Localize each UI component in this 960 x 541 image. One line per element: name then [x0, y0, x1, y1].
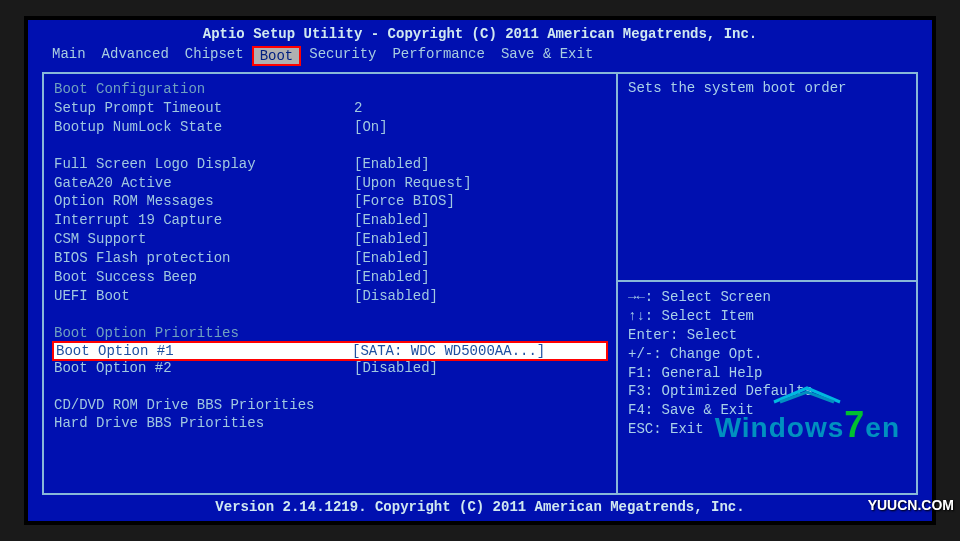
field-label: Bootup NumLock State — [54, 118, 354, 137]
help-select-screen: →←: Select Screen — [628, 288, 906, 307]
help-description: Sets the system boot order — [628, 80, 906, 280]
field-value: [Force BIOS] — [354, 192, 606, 211]
field-label: GateA20 Active — [54, 174, 354, 193]
field-label: Option ROM Messages — [54, 192, 354, 211]
help-esc: ESC: Exit — [628, 420, 906, 439]
field-value: 2 — [354, 99, 606, 118]
bios-footer: Version 2.14.1219. Copyright (C) 2011 Am… — [34, 497, 926, 517]
field-value: [Enabled] — [354, 155, 606, 174]
menu-advanced[interactable]: Advanced — [94, 46, 177, 66]
menu-bar: Main Advanced Chipset Boot Security Perf… — [34, 44, 926, 72]
watermark-corner: YUUCN.COM — [868, 497, 954, 513]
field-label: Boot Success Beep — [54, 268, 354, 287]
help-enter: Enter: Select — [628, 326, 906, 345]
menu-chipset[interactable]: Chipset — [177, 46, 252, 66]
content-frame: Boot Configuration Setup Prompt Timeout … — [42, 72, 918, 495]
menu-performance[interactable]: Performance — [384, 46, 492, 66]
help-general: F1: General Help — [628, 364, 906, 383]
field-value: [Enabled] — [354, 249, 606, 268]
menu-main[interactable]: Main — [44, 46, 94, 66]
help-change-opt: +/-: Change Opt. — [628, 345, 906, 364]
field-boot-success-beep[interactable]: Boot Success Beep [Enabled] — [54, 268, 606, 287]
help-optimized-defaults: F3: Optimized Defaults — [628, 382, 906, 401]
field-full-screen-logo[interactable]: Full Screen Logo Display [Enabled] — [54, 155, 606, 174]
field-label: BIOS Flash protection — [54, 249, 354, 268]
field-label: Setup Prompt Timeout — [54, 99, 354, 118]
field-value: [Enabled] — [354, 230, 606, 249]
field-bios-flash-protection[interactable]: BIOS Flash protection [Enabled] — [54, 249, 606, 268]
field-value: [SATA: WDC WD5000AA...] — [352, 343, 606, 359]
field-label: UEFI Boot — [54, 287, 354, 306]
field-value: [Enabled] — [354, 268, 606, 287]
field-interrupt-19[interactable]: Interrupt 19 Capture [Enabled] — [54, 211, 606, 230]
key-help: →←: Select Screen ↑↓: Select Item Enter:… — [618, 280, 916, 439]
field-label: Interrupt 19 Capture — [54, 211, 354, 230]
field-value: [Disabled] — [354, 359, 606, 378]
field-csm-support[interactable]: CSM Support [Enabled] — [54, 230, 606, 249]
field-label: CSM Support — [54, 230, 354, 249]
field-uefi-boot[interactable]: UEFI Boot [Disabled] — [54, 287, 606, 306]
boot-option-1[interactable]: Boot Option #1 [SATA: WDC WD5000AA...] — [52, 341, 608, 361]
menu-boot[interactable]: Boot — [252, 46, 302, 66]
help-save-reset: F4: Save & Exit — [628, 401, 906, 420]
settings-panel: Boot Configuration Setup Prompt Timeout … — [44, 74, 616, 493]
field-value: [Disabled] — [354, 287, 606, 306]
field-value: [On] — [354, 118, 606, 137]
boot-option-2[interactable]: Boot Option #2 [Disabled] — [54, 359, 606, 378]
field-value: [Upon Request] — [354, 174, 606, 193]
help-panel: Sets the system boot order →←: Select Sc… — [616, 74, 916, 493]
submenu-hard-drive-bbs[interactable]: Hard Drive BBS Priorities — [54, 414, 606, 433]
field-label: Full Screen Logo Display — [54, 155, 354, 174]
bios-title: Aptio Setup Utility - Copyright (C) 2011… — [34, 24, 926, 44]
field-value: [Enabled] — [354, 211, 606, 230]
boot-config-header: Boot Configuration — [54, 80, 606, 99]
field-label: Boot Option #1 — [54, 343, 352, 359]
submenu-cd-dvd-bbs[interactable]: CD/DVD ROM Drive BBS Priorities — [54, 396, 606, 415]
field-bootup-numlock[interactable]: Bootup NumLock State [On] — [54, 118, 606, 137]
menu-security[interactable]: Security — [301, 46, 384, 66]
field-gatea20[interactable]: GateA20 Active [Upon Request] — [54, 174, 606, 193]
help-select-item: ↑↓: Select Item — [628, 307, 906, 326]
menu-save-exit[interactable]: Save & Exit — [493, 46, 601, 66]
field-setup-prompt-timeout[interactable]: Setup Prompt Timeout 2 — [54, 99, 606, 118]
field-option-rom[interactable]: Option ROM Messages [Force BIOS] — [54, 192, 606, 211]
field-label: Boot Option #2 — [54, 359, 354, 378]
